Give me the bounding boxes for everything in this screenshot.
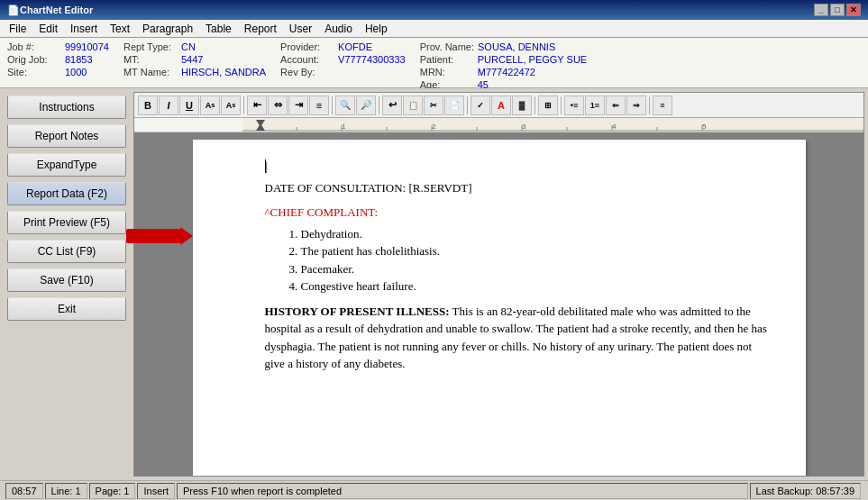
color-button[interactable]: A [491, 95, 511, 115]
chief-complaint-list: Dehydration.The patient has cholelithias… [301, 225, 770, 295]
toolbar-separator-5 [535, 96, 535, 114]
exit-button[interactable]: Exit [7, 297, 126, 321]
table-button[interactable]: ⊞ [538, 95, 558, 115]
maximize-button[interactable]: □ [830, 4, 845, 16]
print-preview-button[interactable]: Print Preview (F5) [7, 211, 126, 234]
job-label: Job #: [7, 41, 61, 52]
toolbar-separator-6 [561, 96, 562, 114]
status-mode: Insert [137, 483, 175, 499]
toolbar-separator-1 [243, 96, 244, 114]
status-bar: 08:57 Line: 1 Page: 1 Insert Press F10 w… [0, 480, 868, 500]
account-value: V77774300333 [338, 54, 406, 65]
save-button[interactable]: Save (F10) [7, 268, 126, 292]
svg-text:2: 2 [432, 123, 436, 131]
close-button[interactable]: ✕ [846, 4, 861, 16]
main-layout: InstructionsReport NotesExpandTypeReport… [0, 88, 868, 480]
toolbar-separator-7 [649, 96, 650, 114]
status-backup: Last Backup: 08:57:39 [750, 483, 861, 499]
underline-button[interactable]: U [179, 95, 199, 115]
info-bar: Job #: 99910074 Orig Job: 81853 Site: 10… [0, 38, 868, 88]
increase-indent-button[interactable]: ⇒ [626, 95, 646, 115]
list-item: The patient has cholelithiasis. [301, 242, 770, 260]
job-value: 99910074 [65, 41, 109, 52]
mtname-label: MT Name: [123, 67, 178, 77]
bullets-button[interactable]: •≡ [564, 95, 584, 115]
svg-text:3: 3 [522, 123, 526, 131]
menu-item-file[interactable]: File [4, 21, 32, 37]
align-center-button[interactable]: ⇔ [268, 95, 288, 115]
italic-button[interactable]: I [159, 95, 178, 115]
site-value: 1000 [65, 67, 87, 77]
svg-text:1: 1 [342, 123, 346, 131]
list-item: Pacemaker. [301, 260, 770, 278]
origjob-label: Orig Job: [7, 54, 61, 65]
toolbar-separator-4 [467, 96, 468, 114]
app-icon: 📄 [7, 5, 20, 16]
red-arrow-indicator [126, 227, 193, 245]
list-item: Congestive heart failure. [301, 277, 770, 295]
menu-item-text[interactable]: Text [105, 21, 135, 37]
cc-list-button[interactable]: CC List (F9) [7, 240, 126, 263]
menu-item-audio[interactable]: Audio [319, 21, 358, 37]
paste-button[interactable]: 📋 [403, 95, 423, 115]
minimize-button[interactable]: _ [814, 4, 828, 16]
report-notes-button[interactable]: Report Notes [7, 124, 126, 148]
menu-item-user[interactable]: User [284, 21, 317, 37]
spell-button[interactable]: ✓ [471, 95, 490, 115]
ruler: 1 2 3 4 5 [134, 118, 863, 132]
zoom-in-button[interactable]: 🔍 [335, 95, 355, 115]
zoom-out-button[interactable]: 🔎 [356, 95, 376, 115]
patient-label: Patient: [420, 54, 474, 65]
provname-label: Prov. Name: [420, 41, 474, 52]
menu-item-table[interactable]: Table [200, 21, 237, 37]
mrn-value: M777422472 [478, 67, 535, 77]
editor-area: B I U As As ⇤ ⇔ ⇥ ≡ 🔍 🔎 ↩ 📋 ✂ 📄 ✓ A ▓ ⊞ [133, 92, 864, 477]
menu-item-report[interactable]: Report [239, 21, 282, 37]
toolbar-separator-3 [379, 96, 379, 114]
title-bar: 📄 ChartNet Editor _ □ ✕ [0, 0, 868, 20]
status-message: Press F10 when report is completed [177, 483, 748, 499]
decrease-indent-button[interactable]: ⇐ [606, 95, 626, 115]
repttype-label: Rept Type: [123, 41, 178, 52]
list-item: Dehydration. [301, 225, 770, 243]
justify-button[interactable]: ≡ [309, 95, 329, 115]
svg-text:4: 4 [612, 123, 617, 131]
hpi-paragraph: HISTORY OF PRESENT ILLNESS: This is an 8… [265, 303, 770, 373]
site-label: Site: [7, 67, 61, 77]
menu-item-help[interactable]: Help [360, 21, 393, 37]
status-time: 08:57 [5, 483, 43, 499]
menu-item-insert[interactable]: Insert [65, 21, 103, 37]
cut-button[interactable]: ✂ [424, 95, 443, 115]
toolbar: B I U As As ⇤ ⇔ ⇥ ≡ 🔍 🔎 ↩ 📋 ✂ 📄 ✓ A ▓ ⊞ [134, 93, 863, 118]
menu-item-paragraph[interactable]: Paragraph [137, 21, 198, 37]
numbering-button[interactable]: 1≡ [585, 95, 605, 115]
date-line: DATE OF CONSULTATION: [R.SERVDT] [265, 179, 770, 197]
patient-value: PURCELL, PEGGY SUE [478, 54, 587, 65]
left-panel: InstructionsReport NotesExpandTypeReport… [0, 88, 133, 480]
menu-item-edit[interactable]: Edit [33, 21, 63, 37]
cursor: | [265, 159, 269, 173]
info-section-2: Rept Type: CN MT: 5447 MT Name: HIRSCH, … [123, 41, 266, 84]
subscript-button[interactable]: As [221, 95, 241, 115]
revby-label: Rev By: [280, 67, 334, 77]
instructions-button[interactable]: Instructions [7, 95, 126, 119]
mrn-label: MRN: [420, 67, 474, 77]
align-right-button[interactable]: ⇥ [288, 95, 308, 115]
provider-label: Provider: [280, 41, 334, 52]
undo-button[interactable]: ↩ [382, 95, 402, 115]
document-page[interactable]: | DATE OF CONSULTATION: [R.SERVDT] ^CHIE… [193, 140, 806, 476]
report-data-button[interactable]: Report Data (F2) [7, 182, 126, 205]
bold-button[interactable]: B [138, 95, 158, 115]
origjob-value: 81853 [65, 54, 93, 65]
expand-type-button[interactable]: ExpandType [7, 153, 126, 177]
superscript-button[interactable]: As [200, 95, 220, 115]
highlight-button[interactable]: ▓ [512, 95, 532, 115]
style-button[interactable]: ≡ [653, 95, 672, 115]
app-title: ChartNet Editor [20, 5, 93, 15]
copy-button[interactable]: 📄 [444, 95, 464, 115]
window-controls[interactable]: _ □ ✕ [814, 4, 861, 16]
status-page: Page: 1 [89, 483, 136, 499]
document-area[interactable]: | DATE OF CONSULTATION: [R.SERVDT] ^CHIE… [134, 132, 863, 476]
svg-text:5: 5 [702, 123, 707, 131]
align-left-button[interactable]: ⇤ [247, 95, 267, 115]
